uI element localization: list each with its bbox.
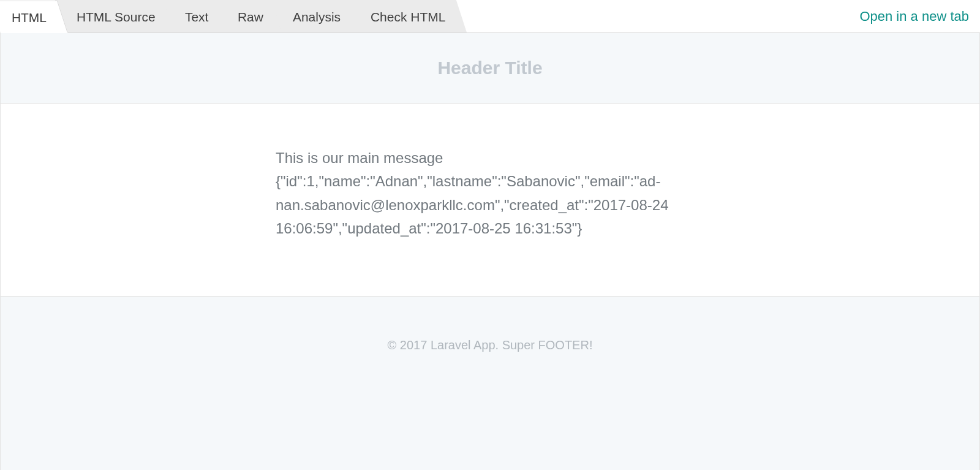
tab-bar: HTML HTML Source Text Raw Analysis Check… [0,0,980,33]
tab-html[interactable]: HTML [0,1,68,33]
tabs-container: HTML HTML Source Text Raw Analysis Check… [0,0,469,32]
tab-analysis[interactable]: Analysis [271,0,361,32]
email-body: This is our main message {"id":1,"name":… [1,104,979,296]
message-line: This is our main message [276,146,704,170]
content-wrapper: Header Title This is our main message {"… [0,33,980,470]
email-header: Header Title [1,33,979,104]
email-footer: © 2017 Laravel App. Super FOOTER! [1,296,979,470]
tab-check-html[interactable]: Check HTML [349,0,466,32]
message-json: {"id":1,"name":"Adnan","lastname":"Saban… [276,170,704,240]
tab-label: Analysis [289,10,344,25]
tab-label: HTML Source [73,10,159,25]
tab-label: HTML [8,10,50,25]
tab-html-source[interactable]: HTML Source [55,0,176,32]
tab-label: Text [181,10,213,25]
tab-label: Raw [234,10,267,25]
body-content: This is our main message {"id":1,"name":… [270,146,710,241]
footer-text: © 2017 Laravel App. Super FOOTER! [1,338,979,352]
tab-label: Check HTML [366,10,449,25]
header-title: Header Title [1,58,979,78]
open-in-new-tab-link[interactable]: Open in a new tab [859,9,980,25]
